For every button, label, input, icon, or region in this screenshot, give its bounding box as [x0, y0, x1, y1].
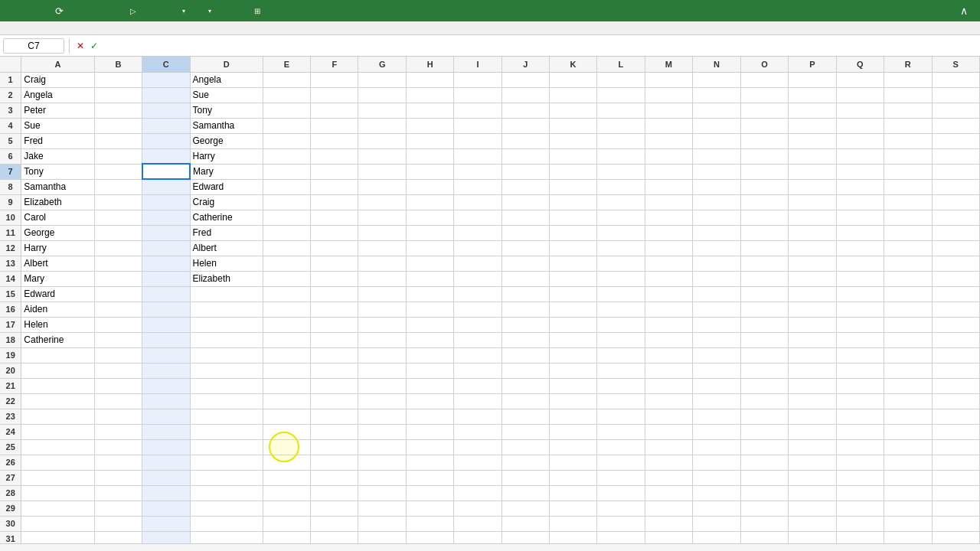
row-header-23[interactable]: 23 — [0, 409, 21, 424]
cell[interactable] — [311, 87, 358, 103]
cell[interactable] — [190, 455, 263, 470]
cell[interactable]: Peter — [21, 103, 94, 118]
cell[interactable]: Sue — [190, 87, 263, 103]
cell[interactable] — [406, 103, 453, 118]
cell[interactable] — [358, 286, 407, 302]
cell[interactable] — [454, 439, 501, 455]
cell[interactable] — [21, 363, 94, 378]
cell[interactable] — [693, 72, 740, 87]
cell[interactable] — [789, 516, 836, 531]
cell[interactable] — [190, 470, 263, 485]
cell[interactable] — [645, 409, 693, 424]
cell[interactable] — [932, 133, 979, 148]
cell[interactable] — [693, 179, 740, 194]
cell[interactable] — [263, 271, 310, 286]
cell[interactable]: Carol — [21, 210, 94, 225]
cell[interactable] — [789, 210, 836, 225]
cell[interactable] — [406, 363, 453, 378]
col-header-G[interactable]: G — [358, 57, 407, 72]
cell[interactable] — [740, 455, 789, 470]
cell[interactable] — [884, 363, 932, 378]
cell[interactable] — [836, 210, 884, 225]
cell[interactable] — [358, 439, 407, 455]
cell[interactable] — [932, 194, 979, 210]
cell[interactable] — [597, 500, 645, 516]
cell[interactable] — [597, 363, 645, 378]
cell[interactable] — [406, 500, 453, 516]
cell[interactable] — [263, 317, 310, 332]
cell[interactable] — [358, 393, 407, 409]
cell[interactable] — [142, 148, 190, 164]
cell[interactable] — [740, 256, 789, 271]
cell[interactable]: Mary — [21, 271, 94, 286]
cell[interactable] — [789, 424, 836, 439]
cell[interactable] — [263, 424, 310, 439]
cell[interactable] — [645, 194, 693, 210]
cell[interactable] — [94, 118, 142, 133]
cell[interactable] — [21, 439, 94, 455]
cell[interactable] — [190, 363, 263, 378]
cell[interactable] — [94, 424, 142, 439]
cell[interactable] — [501, 179, 549, 194]
cell[interactable] — [645, 240, 693, 256]
cell[interactable] — [884, 424, 932, 439]
cell[interactable] — [358, 531, 407, 543]
cell[interactable] — [454, 347, 501, 363]
cell[interactable] — [94, 133, 142, 148]
cell[interactable]: Tony — [21, 164, 94, 179]
cell[interactable] — [406, 256, 453, 271]
cell[interactable] — [94, 148, 142, 164]
cell[interactable] — [740, 302, 789, 317]
col-header-P[interactable]: P — [789, 57, 836, 72]
cell[interactable] — [693, 485, 740, 500]
cell[interactable] — [549, 133, 596, 148]
cell[interactable] — [358, 317, 407, 332]
cell[interactable] — [142, 455, 190, 470]
cell[interactable] — [311, 393, 358, 409]
cell[interactable] — [693, 210, 740, 225]
cell[interactable] — [740, 87, 789, 103]
ribbon-top-advanced[interactable]: ▷ — [124, 5, 144, 18]
cell[interactable] — [454, 256, 501, 271]
cell[interactable] — [740, 317, 789, 332]
row-header-14[interactable]: 14 — [0, 271, 21, 286]
cell[interactable] — [311, 240, 358, 256]
cell[interactable] — [142, 256, 190, 271]
cell[interactable] — [190, 317, 263, 332]
cell[interactable] — [884, 378, 932, 393]
cell[interactable] — [932, 103, 979, 118]
cell[interactable] — [311, 210, 358, 225]
cell[interactable] — [693, 225, 740, 240]
cell[interactable] — [190, 409, 263, 424]
cell[interactable] — [501, 455, 549, 470]
cell[interactable] — [597, 118, 645, 133]
cell[interactable] — [549, 516, 596, 531]
cell[interactable] — [190, 347, 263, 363]
cell[interactable] — [21, 455, 94, 470]
cell[interactable] — [358, 240, 407, 256]
cell[interactable] — [501, 485, 549, 500]
cell[interactable] — [884, 72, 932, 87]
cell[interactable] — [597, 194, 645, 210]
cell[interactable] — [142, 225, 190, 240]
row-header-21[interactable]: 21 — [0, 378, 21, 393]
row-header-9[interactable]: 9 — [0, 194, 21, 210]
cell[interactable] — [932, 500, 979, 516]
cell[interactable] — [549, 302, 596, 317]
cell[interactable] — [932, 302, 979, 317]
cell[interactable] — [501, 424, 549, 439]
cell[interactable] — [263, 500, 310, 516]
row-header-12[interactable]: 12 — [0, 240, 21, 256]
row-header-6[interactable]: 6 — [0, 148, 21, 164]
cell[interactable] — [645, 531, 693, 543]
cell[interactable] — [190, 531, 263, 543]
row-header-10[interactable]: 10 — [0, 210, 21, 225]
cell[interactable] — [142, 317, 190, 332]
cell[interactable] — [597, 347, 645, 363]
cell[interactable] — [693, 393, 740, 409]
cell[interactable] — [406, 225, 453, 240]
cell[interactable] — [94, 286, 142, 302]
confirm-formula-icon[interactable]: ✓ — [88, 39, 100, 53]
cell[interactable] — [693, 256, 740, 271]
cell[interactable] — [549, 500, 596, 516]
